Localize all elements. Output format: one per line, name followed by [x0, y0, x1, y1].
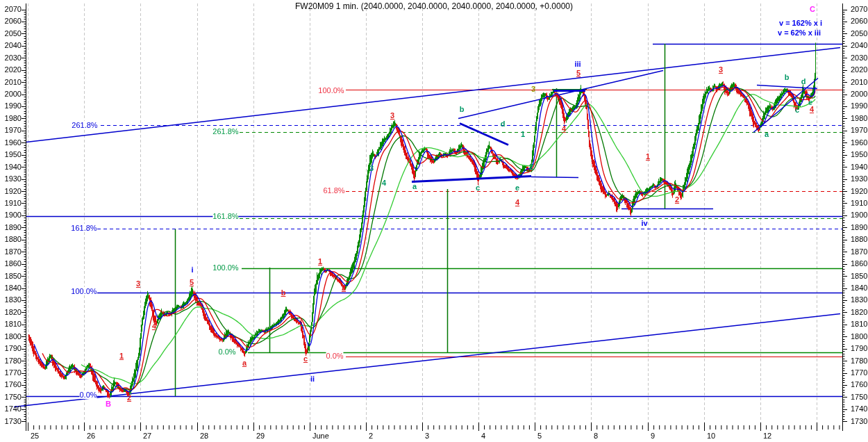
chart-window: FW20M09 1 min. (2040.0000, 2040.0000, 20… — [0, 0, 868, 442]
price-chart-canvas[interactable] — [0, 0, 868, 442]
